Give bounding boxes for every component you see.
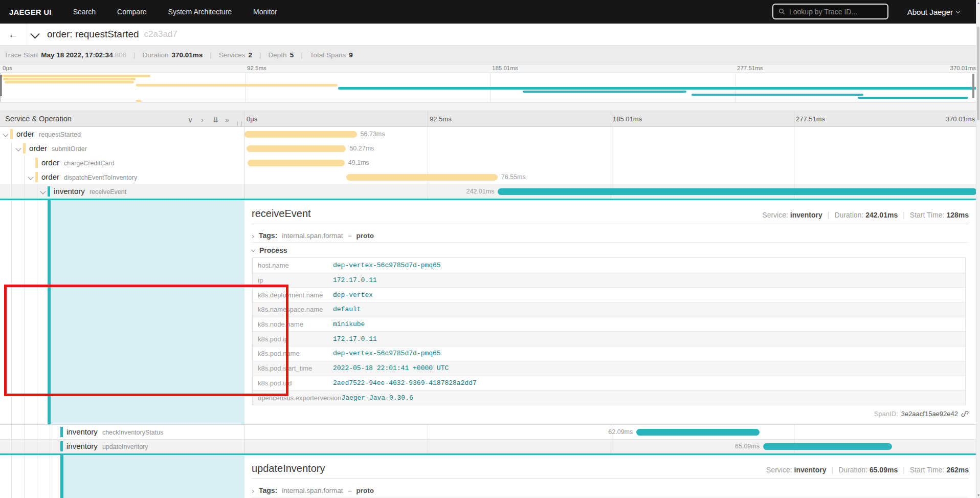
accordion-caret-icon: › [252, 231, 254, 240]
nav-item-compare[interactable]: Compare [117, 8, 147, 16]
depth-label: Depth [269, 51, 287, 59]
process-accordion[interactable]: Process [252, 244, 287, 256]
span-duration-bar[interactable] [636, 429, 759, 436]
expand-one-icon[interactable]: › [201, 116, 204, 124]
span-row-updateInventory[interactable]: inventoryupdateInventory65.09ms [0, 439, 980, 455]
app-logo[interactable]: JAEGER UI [9, 8, 52, 16]
span-row-dispatchEventToInventory[interactable]: orderdispatchEventToInventory76.55ms [0, 170, 980, 184]
vertical-scrollbar[interactable]: ▴ ▾ [976, 0, 980, 498]
column-resizer-handle[interactable] [237, 121, 242, 126]
span-duration-bar[interactable] [247, 145, 346, 152]
kv-row-k8s.pod.name[interactable]: k8s.pod.namedep-vertex-56c9785d7d-pmq65 [253, 346, 965, 361]
timeline-tick-label: 370.01ms [946, 115, 975, 123]
span-duration-bar[interactable] [498, 188, 977, 195]
collapse-one-icon[interactable]: ∨ [188, 116, 193, 124]
detail-tree-fill [63, 455, 244, 498]
services-label: Services [219, 51, 246, 59]
trace-header: ← order: requestStarted c2a3ad7 Find... … [0, 24, 980, 46]
kv-row-k8s.namespace.name[interactable]: k8s.namespace.namedefault [253, 302, 965, 317]
minimap-span-bar [858, 97, 969, 99]
trace-id-search-input[interactable]: Lookup by Trace ID... [772, 4, 888, 19]
timeline-tick-label: 92.5ms [430, 115, 452, 123]
tags-accordion[interactable]: ›Tags:internal.span.format=proto [252, 484, 969, 497]
chevron-down-icon [956, 9, 960, 13]
search-icon [778, 8, 785, 15]
minimap-span-bar [338, 87, 976, 90]
span-duration-bar[interactable] [244, 131, 357, 138]
scroll-down-icon[interactable]: ▾ [976, 493, 980, 497]
timeline-grid-header: Service & Operation ∨ › ⇊ » 0μs92.5ms185… [0, 111, 980, 127]
span-duration-label: 76.55ms [501, 174, 526, 181]
kv-row-k8s.deployment.name[interactable]: k8s.deployment.namedep-vertex [253, 287, 965, 302]
minimap-tick-label: 185.01ms [492, 65, 518, 71]
detail-meta: Service: inventory|Duration: 242.01ms|St… [762, 211, 969, 219]
nav-item-monitor[interactable]: Monitor [253, 8, 277, 16]
span-operation-name: dispatchEventToInventory [64, 174, 137, 181]
span-duration-bar[interactable] [346, 174, 498, 181]
minimap-span-bar [136, 84, 338, 86]
jaeger-trace-page: JAEGER UI Search Compare System Architec… [0, 0, 980, 498]
minimap-left-scrubber[interactable] [1, 75, 2, 96]
expand-all-icon[interactable]: » [225, 116, 229, 124]
span-toggle-chevron-icon[interactable] [15, 145, 21, 151]
scrollbar-thumb[interactable] [977, 27, 979, 120]
minimap-span-bar [3, 78, 136, 80]
span-operation-name: receiveEvent [90, 188, 126, 196]
span-color-accent [23, 143, 26, 154]
nav-item-system-architecture[interactable]: System Architecture [168, 8, 232, 16]
span-row-submitOrder[interactable]: ordersubmitOrder50.27ms [0, 141, 980, 156]
span-color-accent [60, 441, 63, 451]
collapse-all-icon[interactable]: ⇊ [213, 116, 219, 124]
duration-label: Duration [142, 51, 168, 59]
minimap-span-bar [136, 100, 141, 102]
span-row-requestStarted[interactable]: orderrequestStarted56.73ms [0, 127, 980, 141]
copy-link-icon[interactable] [961, 410, 969, 418]
span-id-footer: SpanID:3e2aacf15ae92e42 [874, 410, 969, 418]
kv-row-k8s.node.name[interactable]: k8s.node.nameminikube [253, 317, 965, 332]
detail-tree-fill [51, 200, 244, 424]
span-operation-name: chargeCreditCard [64, 160, 115, 167]
span-row-chargeCreditCard[interactable]: orderchargeCreditCard49.1ms [0, 156, 980, 170]
span-duration-bar[interactable] [248, 160, 345, 166]
minimap-tick-label: 0μs [3, 65, 12, 71]
span-duration-bar[interactable] [763, 443, 892, 450]
minimap-tick-label: 370.01ms [950, 65, 976, 71]
detail-title: updateInventory [252, 463, 325, 474]
kv-row-k8s.pod.start_time[interactable]: k8s.pod.start_time2022-05-18 22:01:41 +0… [253, 361, 965, 376]
trace-start-value: May 18 2022, 17:02:34 [41, 51, 113, 59]
minimap-span-bar [523, 91, 686, 93]
timeline-tick-label: 185.01ms [613, 115, 642, 123]
kv-row-k8s.pod.ip[interactable]: k8s.pod.ip172.17.0.11 [253, 331, 965, 346]
span-operation-name: requestStarted [39, 131, 81, 138]
span-row-checkInventoryStatus[interactable]: inventorycheckInventoryStatus62.09ms [0, 425, 980, 440]
span-row-receiveEvent[interactable]: inventoryreceiveEvent242.01ms [0, 184, 980, 200]
span-toggle-chevron-icon[interactable] [3, 131, 8, 137]
minimap-canvas[interactable] [0, 73, 977, 102]
span-operation-name: checkInventoryStatus [102, 429, 164, 436]
kv-row-host.name[interactable]: host.namedep-vertex-56c9785d7d-pmq65 [253, 258, 965, 273]
tags-accordion[interactable]: ›Tags:internal.span.format=proto [252, 229, 969, 243]
span-service-name: inventoryreceiveEvent [54, 187, 126, 196]
span-color-accent [48, 186, 50, 197]
minimap-right-scrubber[interactable] [972, 74, 974, 98]
span-service-name: inventorycheckInventoryStatus [66, 427, 163, 436]
kv-row-opencensus.exporterversion[interactable]: opencensus.exporterversionJaeger-Java-0.… [253, 390, 965, 405]
accordion-caret-icon: › [252, 486, 254, 495]
minimap-span-bar [5, 81, 134, 83]
span-service-name: orderchargeCreditCard [41, 158, 115, 167]
scroll-up-icon[interactable]: ▴ [976, 1, 980, 5]
span-toggle-chevron-icon[interactable] [28, 174, 33, 180]
about-jaeger-menu[interactable]: About Jaeger [907, 0, 960, 24]
kv-row-k8s.pod.uid[interactable]: k8s.pod.uid2aed7522-94ee-4632-9369-41878… [253, 376, 965, 391]
back-button[interactable]: ← [0, 24, 27, 45]
kv-row-ip[interactable]: ip172.17.0.11 [253, 273, 965, 288]
span-detail-update-inventory: updateInventoryService: inventory|Durati… [0, 455, 980, 498]
nav-item-search[interactable]: Search [73, 8, 96, 16]
page-title: order: requestStarted [47, 29, 139, 40]
span-rows-area: orderrequestStarted56.73msordersubmitOrd… [0, 127, 980, 498]
collapse-trace-chevron-icon[interactable] [30, 29, 39, 38]
minimap-ruler: 0μs92.5ms185.01ms277.51ms370.01ms [0, 64, 980, 73]
timeline-tick-label: 277.51ms [796, 115, 825, 123]
span-duration-label: 242.01ms [466, 188, 494, 195]
span-toggle-chevron-icon[interactable] [40, 188, 46, 194]
